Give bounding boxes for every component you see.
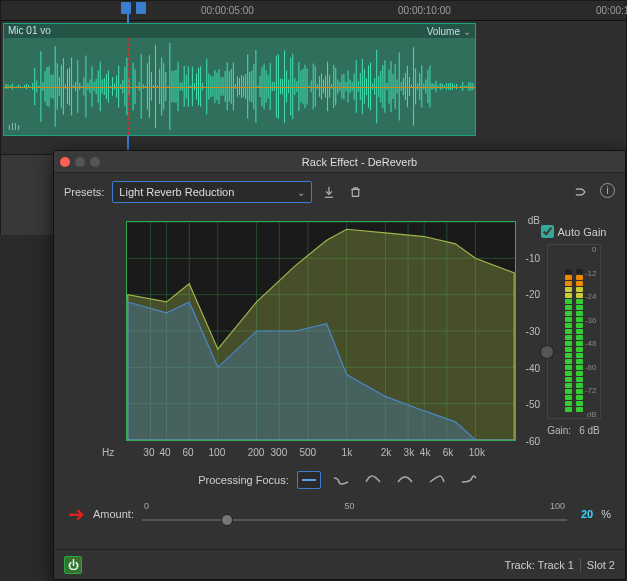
x-tick: 40: [160, 447, 171, 458]
callout-arrow-icon: ➔: [68, 502, 85, 526]
gain-knob[interactable]: [540, 345, 554, 359]
preset-value: Light Reverb Reduction: [119, 186, 234, 198]
x-axis-unit: Hz: [102, 447, 114, 458]
x-tick: 3k: [404, 447, 415, 458]
x-tick: 300: [271, 447, 288, 458]
spectrum-chart: dB Hz -10-20-30-40-50-60 304060100200300…: [126, 221, 516, 441]
out-marker[interactable]: [136, 2, 146, 14]
preset-dropdown[interactable]: Light Reverb Reduction ⌄: [112, 181, 312, 203]
x-tick: 60: [182, 447, 193, 458]
meter-tick: -72: [585, 386, 597, 395]
slider-tick: 100: [550, 501, 565, 511]
auto-gain-input[interactable]: [541, 225, 554, 238]
panel-title: Rack Effect - DeReverb: [100, 156, 619, 168]
slider-tick: 50: [344, 501, 354, 511]
clip-param-label: Volume: [427, 26, 460, 37]
timeline-panel: 29.97 fps 00:00:05:0000:00:10:0000:00:15…: [0, 0, 627, 155]
track-label[interactable]: Track: Track 1: [505, 559, 574, 571]
focus-lowmid-button[interactable]: [361, 471, 385, 489]
close-icon[interactable]: [60, 157, 70, 167]
info-icon[interactable]: i: [600, 183, 615, 198]
gain-value: 6 dB: [579, 425, 600, 436]
x-tick: 1k: [342, 447, 353, 458]
meter-tick: -12: [585, 268, 597, 277]
x-tick: 2k: [381, 447, 392, 458]
level-icon: ıllı: [8, 122, 21, 132]
x-tick: 200: [248, 447, 265, 458]
window-controls[interactable]: [60, 157, 100, 167]
slider-thumb[interactable]: [221, 514, 233, 526]
x-tick: 4k: [420, 447, 431, 458]
focus-mid-button[interactable]: [393, 471, 417, 489]
slider-tick: 0: [144, 501, 149, 511]
presets-label: Presets:: [64, 186, 104, 198]
ruler-tick: 00:00:10:00: [398, 5, 451, 16]
meter-tick: -24: [585, 292, 597, 301]
chevron-down-icon: ⌄: [297, 187, 305, 198]
x-tick: 30: [143, 447, 154, 458]
focus-high-button[interactable]: [457, 471, 481, 489]
svg-rect-0: [352, 189, 359, 196]
slot-label[interactable]: Slot 2: [587, 559, 615, 571]
minimize-icon[interactable]: [75, 157, 85, 167]
audio-clip[interactable]: Mic 01 vo Volume ⌄ ıllı: [3, 23, 476, 136]
panel-titlebar[interactable]: Rack Effect - DeReverb: [54, 151, 625, 173]
ruler-tick: 00:00:05:00: [201, 5, 254, 16]
focus-flat-button[interactable]: [297, 471, 321, 489]
x-tick: 6k: [443, 447, 454, 458]
meter-tick: dB: [587, 410, 597, 419]
amount-slider[interactable]: 0 50 100: [142, 501, 567, 527]
x-tick: 100: [209, 447, 226, 458]
processing-focus-label: Processing Focus:: [198, 474, 288, 486]
meter-tick: -48: [585, 339, 597, 348]
focus-low-button[interactable]: [329, 471, 353, 489]
routing-icon[interactable]: [572, 183, 590, 201]
save-preset-icon[interactable]: [320, 183, 338, 201]
meter-tick: 0: [592, 245, 596, 254]
chevron-down-icon[interactable]: ⌄: [463, 26, 471, 37]
clip-name: Mic 01 vo: [8, 25, 51, 37]
gain-label: Gain:: [547, 425, 571, 436]
delete-preset-icon[interactable]: [346, 183, 364, 201]
meter-tick: -36: [585, 315, 597, 324]
time-ruler[interactable]: 00:00:05:0000:00:10:0000:00:15:00: [1, 1, 626, 21]
focus-highmid-button[interactable]: [425, 471, 449, 489]
amount-unit: %: [601, 508, 611, 520]
meter-tick: -60: [585, 362, 597, 371]
x-tick: 500: [299, 447, 316, 458]
power-button[interactable]: ⏻: [64, 556, 82, 574]
amount-value[interactable]: 20: [581, 508, 593, 520]
gain-meter: 0-12-24-36-48-60-72dB: [547, 244, 601, 419]
auto-gain-label: Auto Gain: [558, 226, 607, 238]
x-tick: 10k: [469, 447, 485, 458]
y-tick: -60: [526, 436, 540, 447]
zoom-icon[interactable]: [90, 157, 100, 167]
ruler-tick: 00:00:15:00: [596, 5, 627, 16]
amount-label: Amount:: [93, 508, 134, 520]
auto-gain-checkbox[interactable]: Auto Gain: [541, 225, 607, 238]
waveform: [4, 38, 475, 135]
in-marker[interactable]: [121, 2, 131, 14]
playhead-line: [128, 38, 129, 135]
dereverb-panel: Rack Effect - DeReverb Presets: Light Re…: [53, 150, 626, 580]
